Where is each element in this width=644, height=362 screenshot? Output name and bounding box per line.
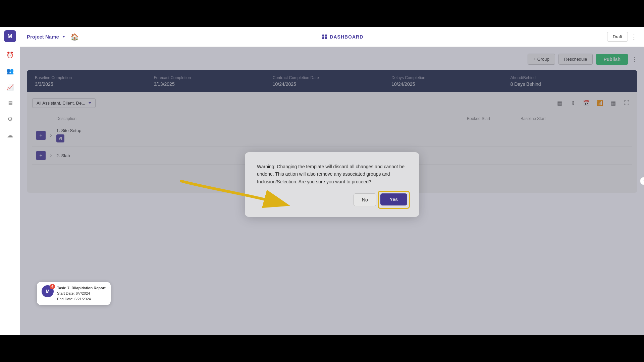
top-nav: Project Name 🏠 DASHBOARD Draft ⋮ (20, 27, 644, 47)
modal-actions: No Yes (257, 193, 407, 206)
sidebar-icon-clock[interactable]: ⏰ (3, 48, 17, 62)
nav-center: DASHBOARD (84, 34, 602, 40)
notification-text: Task: 7. Dilapidation Report Start Date:… (57, 285, 106, 302)
sidebar: M ⏰ 👥 📈 🖥 ⚙ ☁ › (0, 27, 20, 335)
home-icon[interactable]: 🏠 (70, 33, 79, 41)
black-bar-bottom (0, 335, 644, 362)
main-content: Project Name 🏠 DASHBOARD Draft ⋮ + Group… (20, 27, 644, 335)
sidebar-icon-cloud[interactable]: ☁ (3, 129, 17, 142)
app-logo[interactable]: M (4, 30, 16, 42)
notification-badge: 4 (50, 284, 55, 289)
yes-button-container: Yes (380, 193, 407, 206)
project-name-chevron (62, 36, 65, 38)
app-container: M ⏰ 👥 📈 🖥 ⚙ ☁ › Project Name 🏠 DASHBOARD (0, 27, 644, 335)
notification-icon: M 4 (42, 285, 54, 297)
project-name[interactable]: Project Name (27, 34, 65, 40)
page-area: + Group Reschedule Publish ⋮ Baseline Co… (20, 47, 644, 335)
project-name-text: Project Name (27, 34, 59, 40)
notification-end-date: End Date: 6/21/2024 (57, 296, 106, 302)
modal-no-button[interactable]: No (354, 193, 376, 206)
notification-task-label: Task: 7. Dilapidation Report (57, 285, 106, 291)
modal-yes-button[interactable]: Yes (380, 193, 407, 205)
warning-modal: Warning: Changing the template will disc… (245, 152, 419, 217)
sidebar-icon-gear[interactable]: ⚙ (3, 113, 17, 126)
modal-warning-text: Warning: Changing the template will disc… (257, 163, 407, 185)
draft-button[interactable]: Draft (607, 32, 628, 42)
dashboard-label: DASHBOARD (330, 34, 363, 40)
notification-bubble[interactable]: M 4 Task: 7. Dilapidation Report Start D… (37, 282, 111, 305)
black-bar-top (0, 0, 644, 27)
sidebar-icon-people[interactable]: 👥 (3, 64, 17, 78)
dashboard-grid-icon (322, 35, 327, 39)
notification-start-date: Start Date: 6/7/2024 (57, 291, 106, 296)
sidebar-icon-monitor[interactable]: 🖥 (3, 97, 17, 110)
nav-more-button[interactable]: ⋮ (631, 33, 637, 41)
sidebar-icon-chart[interactable]: 📈 (3, 80, 17, 94)
nav-right: Draft ⋮ (607, 32, 637, 42)
